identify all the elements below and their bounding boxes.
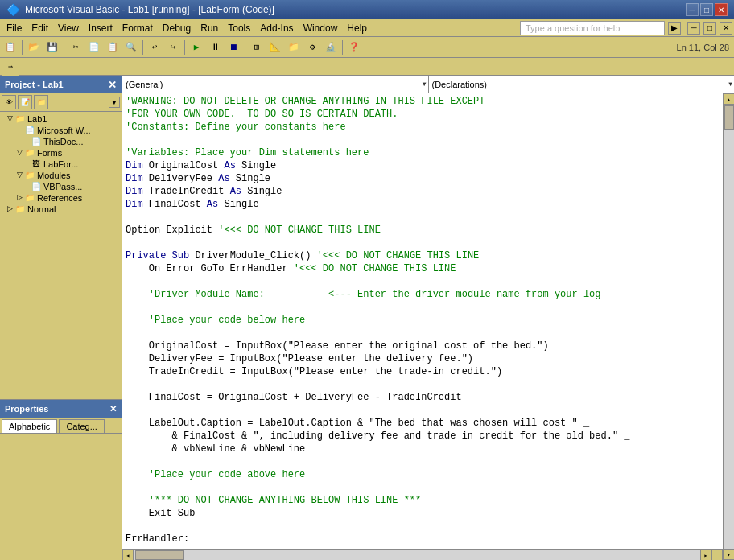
tree-item-labform[interactable]: 🖼 LabFor...: [0, 159, 122, 170]
general-dropdown-wrapper: (General) ▼: [122, 76, 429, 93]
menu-window[interactable]: Window: [299, 21, 343, 35]
project-close-btn[interactable]: ✕: [108, 79, 117, 91]
project-title: Project - Lab1: [5, 80, 64, 89]
project-header: Project - Lab1 ✕: [0, 76, 122, 93]
view-code-btn[interactable]: 📝: [18, 95, 32, 109]
title-controls: ─ □ ✕: [686, 3, 728, 16]
code-content: 'WARNING: DO NOT DELETE OR CHANGE ANYTHI…: [122, 93, 723, 547]
undo-btn[interactable]: ↩: [146, 39, 163, 56]
tree-item-references[interactable]: ▷ 📁 References: [0, 192, 122, 204]
vscroll-track[interactable]: [724, 105, 735, 549]
folder-icon-lab1: 📁: [14, 114, 26, 124]
help-btn2[interactable]: ❓: [345, 39, 363, 56]
paste-btn[interactable]: 📋: [104, 39, 122, 56]
project-tree[interactable]: ▽ 📁 Lab1 📄 Microsoft W... 📄 ThisDoc... ▽…: [0, 112, 122, 399]
menu-edit[interactable]: Edit: [27, 21, 53, 35]
menu-format[interactable]: Format: [118, 21, 158, 35]
menu-tools[interactable]: Tools: [223, 21, 255, 35]
close-button[interactable]: ✕: [715, 3, 728, 16]
menu-file[interactable]: File: [2, 21, 27, 35]
window-inner-close[interactable]: ✕: [720, 22, 732, 35]
vscroll-thumb[interactable]: [724, 105, 734, 130]
cut-btn[interactable]: ✂: [67, 39, 85, 56]
userform-btn[interactable]: ⊞: [248, 39, 266, 56]
vscroll-down[interactable]: ▾: [724, 549, 735, 560]
properties-btn[interactable]: ⚙: [303, 39, 321, 56]
tab-categorized[interactable]: Categ...: [59, 419, 105, 433]
tree-label-normal: Normal: [27, 204, 56, 214]
code-editor[interactable]: 'WARNING: DO NOT DELETE OR CHANGE ANYTHI…: [122, 93, 723, 549]
minimize-button[interactable]: ─: [686, 3, 699, 16]
menu-addins[interactable]: Add-Ins: [255, 21, 298, 35]
restore-button[interactable]: □: [700, 3, 713, 16]
menu-help[interactable]: Help: [342, 21, 372, 35]
cursor-position: Ln 11, Col 28: [677, 43, 732, 52]
tree-label-forms: Forms: [37, 148, 62, 158]
code-with-scroll: 'WARNING: DO NOT DELETE OR CHANGE ANYTHI…: [122, 93, 734, 560]
tree-label-vbpass: VBPass...: [43, 182, 82, 191]
properties-tabs: Alphabetic Categ...: [0, 418, 122, 434]
expand-thisdoc: [21, 137, 31, 146]
tree-item-forms[interactable]: ▽ 📁 Forms: [0, 147, 122, 159]
indent-btn[interactable]: ⇒: [2, 58, 19, 76]
hscroll-row: ◂ ▸: [122, 549, 723, 560]
expand-lab1[interactable]: ▽: [5, 114, 14, 124]
toolbar-2: ⇒: [0, 58, 734, 76]
stop-btn[interactable]: ⏹: [225, 39, 242, 56]
help-search-button[interactable]: ▶: [668, 22, 681, 35]
tab-alphabetic[interactable]: Alphabetic: [2, 419, 57, 433]
find-btn[interactable]: 🔍: [122, 39, 140, 56]
window-inner-restore[interactable]: □: [703, 22, 716, 35]
expand-forms[interactable]: ▽: [14, 148, 24, 158]
expand-modules[interactable]: ▽: [14, 171, 24, 180]
help-input[interactable]: Type a question for help: [520, 21, 665, 35]
tree-item-lab1[interactable]: ▽ 📁 Lab1: [0, 113, 122, 125]
project-expand-btn[interactable]: ▼: [109, 97, 120, 108]
pause-btn[interactable]: ⏸: [206, 39, 224, 56]
window-title: Microsoft Visual Basic - Lab1 [running] …: [25, 4, 274, 15]
vba-icon-btn[interactable]: 📋: [2, 39, 19, 56]
project-btn[interactable]: 📁: [285, 39, 303, 56]
hscroll-right[interactable]: ▸: [700, 550, 711, 560]
menu-view[interactable]: View: [53, 21, 84, 35]
expand-references[interactable]: ▷: [14, 193, 24, 203]
run-btn[interactable]: ▶: [188, 39, 205, 56]
properties-header: Properties ✕: [0, 400, 122, 418]
vscroll-bar: ▴ ▾: [723, 93, 734, 560]
hscroll-thumb[interactable]: [135, 550, 184, 560]
declarations-dropdown[interactable]: (Declarations): [429, 76, 735, 93]
properties-panel: Properties ✕ Alphabetic Categ...: [0, 399, 122, 560]
folder-icon-references: 📁: [24, 193, 35, 203]
tree-item-microsoftw[interactable]: 📄 Microsoft W...: [0, 125, 122, 136]
toggle-folders-btn[interactable]: 📁: [34, 95, 48, 109]
sep6: [342, 40, 343, 55]
design-btn[interactable]: 📐: [266, 39, 284, 56]
properties-close-btn[interactable]: ✕: [109, 404, 117, 414]
tree-item-modules[interactable]: ▽ 📁 Modules: [0, 170, 122, 181]
menu-insert[interactable]: Insert: [84, 21, 118, 35]
menu-debug[interactable]: Debug: [158, 21, 196, 35]
tree-label-labform: LabFor...: [43, 159, 78, 169]
objectbrowser-btn[interactable]: 🔬: [322, 39, 340, 56]
menu-run[interactable]: Run: [196, 21, 223, 35]
tree-item-thisdoc[interactable]: 📄 ThisDoc...: [0, 136, 122, 147]
hscroll-corner: [711, 550, 723, 560]
expand-labform: [21, 159, 31, 169]
tree-item-vbpass[interactable]: 📄 VBPass...: [0, 181, 122, 192]
window-inner-minimize[interactable]: ─: [687, 22, 700, 35]
open-btn[interactable]: 📂: [25, 39, 43, 56]
copy-btn[interactable]: 📄: [85, 39, 103, 56]
hscroll-left[interactable]: ◂: [122, 550, 134, 560]
general-dropdown[interactable]: (General): [122, 76, 428, 93]
hscroll-track[interactable]: [134, 550, 700, 560]
redo-btn[interactable]: ↪: [164, 39, 182, 56]
expand-normal[interactable]: ▷: [5, 204, 14, 214]
view-object-btn[interactable]: 👁: [2, 95, 16, 109]
left-panel: Project - Lab1 ✕ 👁 📝 📁 ▼ ▽ 📁 Lab1 📄 Micr…: [0, 76, 122, 560]
properties-content: [0, 434, 122, 450]
vscroll-up[interactable]: ▴: [724, 93, 735, 105]
save-btn[interactable]: 💾: [43, 39, 61, 56]
tree-item-normal[interactable]: ▷ 📁 Normal: [0, 204, 122, 215]
help-placeholder: Type a question for help: [526, 23, 620, 33]
sep1: [22, 40, 23, 55]
